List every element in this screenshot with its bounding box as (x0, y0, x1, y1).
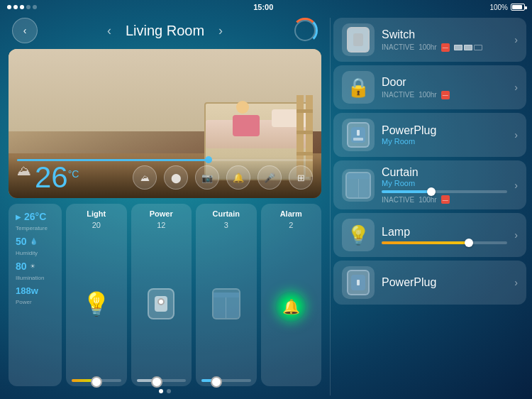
device-card-powerplug[interactable]: PowerPlug My Room › (333, 113, 526, 157)
device-icon-switch (342, 23, 375, 56)
landscape-btn[interactable]: ⛰ (133, 165, 157, 190)
back-button[interactable]: ‹ (12, 18, 38, 43)
widget-light[interactable]: Light 20 💡 (66, 204, 127, 386)
curtain-slider-fill (201, 379, 218, 382)
pagination (9, 389, 321, 393)
red-indicator-switch: — (441, 43, 450, 52)
device-icon-lamp: 💡 (342, 219, 375, 251)
room-title: Living Room (126, 23, 204, 39)
device-sub-curtain: My Room (382, 179, 507, 187)
device-status-switch: INACTIVE 100hr — (382, 43, 507, 52)
device-name-door: Door (382, 76, 507, 89)
widget-power-icon (148, 231, 174, 376)
light-slider-track[interactable] (72, 379, 121, 382)
bulb-icon: 💡 (82, 290, 111, 317)
stat-illumination: 80 ☀ (16, 261, 55, 272)
bell-btn[interactable]: 🔔 (226, 165, 250, 190)
room-prev-button[interactable]: ‹ (107, 23, 111, 38)
mic-btn[interactable]: 🎤 (257, 165, 282, 190)
card-arrow-door: › (514, 82, 518, 93)
widget-light-slider[interactable] (72, 379, 121, 382)
device-name-powerplug: PowerPlug (382, 124, 507, 137)
device-sub-powerplug: My Room (382, 137, 507, 146)
device-card-curtain[interactable]: Curtain My Room INACTIVE 100hr — › (333, 160, 526, 209)
stat-temp-label: Temperature (16, 225, 55, 231)
batt-seg-2 (464, 45, 472, 50)
device-slider-curtain-row (382, 190, 507, 193)
stats-card: ▶ 26°C Temperature 50 💧 Humidity 80 ☀ Il… (9, 204, 62, 386)
layout-btn[interactable]: ⊞ (289, 165, 313, 190)
red-indicator-door: — (441, 91, 450, 99)
power-slider-track[interactable] (137, 379, 187, 382)
rung-2 (297, 131, 313, 134)
page-dot-2[interactable] (167, 389, 171, 393)
stat-illumination-icon: ☀ (30, 263, 35, 270)
curtain-slider-track[interactable] (201, 379, 251, 382)
stat-power-label: Power (16, 299, 55, 305)
powerplug2-icon (347, 270, 370, 295)
device-inactive-time-curtain: 100hr (419, 196, 437, 204)
batt-seg-1 (454, 45, 462, 50)
widget-alarm-icon: 🔔 (275, 231, 306, 382)
signal-dot-1 (7, 5, 11, 9)
widget-power-count: 12 (157, 221, 165, 229)
room-next-button[interactable]: › (218, 23, 223, 38)
landscape-icon: ⛰ (17, 163, 31, 179)
device-status-door: INACTIVE 100hr — (382, 91, 507, 99)
device-icon-curtain (342, 169, 375, 202)
stat-temp: ▶ 26°C (16, 211, 55, 222)
lamp-device-slider-fill (382, 241, 470, 244)
widget-curtain-icon (212, 231, 240, 376)
red-indicator-curtain: — (441, 195, 450, 204)
device-card-powerplug2[interactable]: PowerPlug › (333, 261, 526, 305)
device-info-curtain: Curtain My Room INACTIVE 100hr — (382, 166, 507, 204)
signal-dot-4 (26, 5, 31, 9)
stat-humidity: 50 💧 (16, 236, 55, 247)
device-card-switch[interactable]: Switch INACTIVE 100hr — › (333, 18, 526, 62)
lamp-device-slider[interactable] (382, 241, 507, 244)
rung-3 (297, 109, 313, 113)
bottom-widgets: ▶ 26°C Temperature 50 💧 Humidity 80 ☀ Il… (9, 204, 321, 386)
battery-icon (511, 4, 525, 11)
rung-1 (297, 152, 313, 155)
device-inactive-time-door: 100hr (419, 91, 437, 99)
device-name-lamp: Lamp (382, 226, 507, 239)
page-dot-1[interactable] (159, 389, 163, 393)
back-icon: ‹ (23, 25, 27, 36)
widget-curtain[interactable]: Curtain 3 (196, 204, 257, 386)
card-arrow-lamp: › (514, 229, 518, 241)
device-name-curtain: Curtain (382, 166, 507, 179)
widget-power-slider[interactable] (137, 379, 187, 382)
settings-button[interactable] (292, 18, 318, 43)
circle-btn[interactable]: ⬤ (164, 165, 188, 190)
temperature-display: ⛰ 26 °C (17, 163, 79, 192)
widget-curtain-slider[interactable] (201, 379, 251, 382)
widget-alarm-count: 2 (289, 221, 293, 229)
stat-humidity-value: 50 (16, 236, 27, 247)
lamp-icon: 💡 (347, 224, 370, 246)
switch-icon (148, 288, 174, 319)
room-title-area: ‹ Living Room › (107, 23, 223, 39)
device-card-door[interactable]: 🔒 Door INACTIVE 100hr — › (333, 65, 526, 109)
temperature-overlay: ⛰ 26 °C ⛰ ⬤ 📷 🔔 🎤 ⊞ (9, 157, 321, 198)
device-icon-door: 🔒 (342, 71, 375, 104)
status-time: 15:00 (253, 3, 273, 11)
curtain-device-icon (345, 172, 371, 199)
device-info-door: Door INACTIVE 100hr — (382, 76, 507, 99)
camera-btn[interactable]: 📷 (195, 165, 219, 190)
stat-illumination-value: 80 (16, 261, 27, 272)
widget-alarm[interactable]: Alarm 2 🔔 (261, 204, 322, 386)
widget-light-count: 20 (92, 221, 101, 229)
status-signal (7, 5, 37, 9)
curtain-device-slider[interactable] (382, 190, 507, 193)
card-arrow-switch: › (514, 34, 518, 45)
device-info-lamp: Lamp (382, 226, 507, 244)
light-slider-fill (72, 379, 99, 382)
curtain-device-slider-fill (382, 190, 432, 193)
device-card-lamp[interactable]: 💡 Lamp › (333, 213, 526, 257)
widget-light-icon: 💡 (82, 231, 111, 376)
widget-power[interactable]: Power 12 (131, 204, 192, 386)
card-arrow-powerplug2: › (514, 277, 518, 288)
device-info-switch: Switch INACTIVE 100hr — (382, 28, 507, 52)
stat-illumination-label: Illumination (16, 275, 55, 281)
